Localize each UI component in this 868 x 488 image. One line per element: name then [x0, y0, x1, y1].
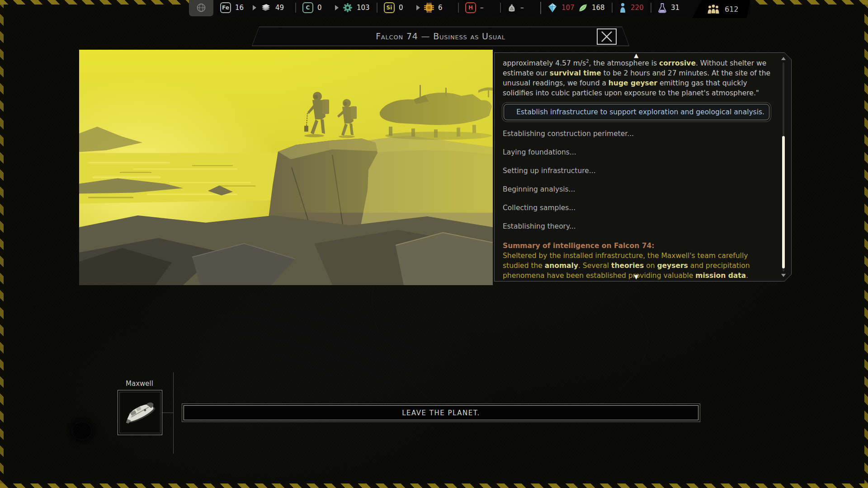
bar-section-divider [540, 2, 541, 14]
resource-steel[interactable]: 49 [260, 3, 289, 12]
scrollbar-up-arrow-icon[interactable] [781, 57, 786, 60]
resource-fuel[interactable]: 107 [547, 3, 575, 13]
steel-sheets-icon [260, 3, 271, 12]
dialog-title: Falcon 74 — Business as Usual [376, 31, 505, 42]
game-screen: { "resource_bar": { "iron": { "label": "… [0, 0, 868, 488]
ship-thumbnail-inner [119, 392, 160, 433]
hazard-stripe-right [864, 0, 868, 488]
science-flask-icon [658, 3, 667, 13]
iron-icon: Fe [220, 2, 231, 13]
bar-divider [295, 3, 296, 13]
carbon-value: 0 [317, 4, 331, 12]
scrollbar-thumb[interactable] [782, 136, 785, 268]
resource-carbon[interactable]: C 0 [302, 2, 331, 13]
scroll-down-indicator[interactable]: ▼ [634, 273, 638, 280]
population-people-icon [707, 4, 720, 14]
event-illustration-planet-surface [79, 50, 493, 285]
close-button[interactable] [597, 28, 617, 45]
microchip-icon [424, 3, 434, 13]
silicon-value: 0 [399, 4, 412, 12]
status-line: Laying foundations... [503, 147, 770, 157]
bar-divider [500, 3, 501, 13]
fuel-crystal-icon [547, 3, 557, 13]
resource-iron[interactable]: Fe 16 [220, 2, 249, 13]
scrollbar-down-arrow-icon[interactable] [781, 274, 786, 277]
bar-divider [377, 3, 377, 13]
hazard-stripe-bottom [0, 483, 868, 488]
bar-divider [458, 3, 459, 13]
event-text-panel-inner: ▲ approximately 4.57 m/s2, the atmospher… [495, 53, 791, 281]
bar-divider [651, 3, 651, 13]
ship-thumbnail [120, 393, 160, 432]
crew-value: 220 [631, 4, 644, 12]
status-line: Establishing construction perimeter... [503, 129, 770, 139]
hydrogen-value: – [480, 4, 494, 12]
leave-planet-button[interactable]: LEAVE THE PLANET. [182, 404, 700, 422]
resource-waste[interactable]: – [507, 3, 534, 13]
hazard-stripe-left [0, 0, 4, 488]
background-dark-sphere [71, 421, 92, 440]
status-line: Setting up infrastructure... [503, 166, 770, 176]
scroll-up-indicator[interactable]: ▲ [634, 52, 638, 59]
refine-arrow-icon [416, 5, 420, 10]
organics-leaf-icon [578, 3, 588, 13]
organics-value: 168 [592, 4, 605, 12]
resource-science[interactable]: 31 [658, 3, 684, 13]
resource-machine-parts[interactable]: 103 [343, 3, 370, 13]
machine-parts-value: 103 [357, 4, 370, 12]
gear-icon [343, 3, 353, 13]
close-icon [600, 31, 613, 42]
connector-vertical-line [173, 372, 174, 454]
resource-silicon[interactable]: Si 0 [384, 2, 412, 13]
silicon-icon: Si [384, 2, 395, 13]
refine-arrow-icon [335, 5, 339, 10]
connector-horizontal-line [161, 413, 173, 413]
hydrogen-icon: H [465, 2, 476, 13]
resource-organics[interactable]: 168 [578, 3, 605, 13]
resource-bar: Fe 16 49 C 0 103 Si 0 [189, 0, 750, 15]
panel-scrollbar[interactable] [780, 57, 787, 277]
steel-value: 49 [275, 4, 289, 12]
ship-thumbnail-box[interactable] [118, 390, 162, 435]
globe-icon [196, 3, 206, 13]
resource-microchips[interactable]: 6 [424, 3, 452, 13]
science-value: 31 [671, 4, 684, 12]
status-list: Establishing construction perimeter...La… [503, 129, 770, 231]
event-window-titlebar: Falcon 74 — Business as Usual [252, 27, 629, 46]
planet-tab[interactable] [189, 0, 213, 16]
carbon-icon: C [302, 2, 313, 13]
crew-person-icon [619, 3, 627, 13]
population-value: 612 [725, 5, 739, 14]
waste-value: – [520, 4, 534, 12]
event-text-panel: ▲ approximately 4.57 m/s2, the atmospher… [494, 52, 792, 282]
event-window-titlebar-inner: Falcon 74 — Business as Usual [252, 27, 629, 46]
summary-heading: Summary of intelligence on Falcon 74: [503, 241, 770, 251]
leave-planet-button-label: LEAVE THE PLANET. [184, 405, 698, 420]
status-line: Collecting samples... [503, 203, 770, 213]
choice-button[interactable]: Establish infrastructure to support expl… [504, 104, 769, 120]
resource-crew[interactable]: 220 [619, 3, 644, 13]
status-line: Beginning analysis... [503, 184, 770, 194]
status-line: Establishing theory... [503, 221, 770, 231]
fuel-value: 107 [561, 4, 575, 12]
resource-hydrogen[interactable]: H – [465, 2, 494, 13]
waste-bag-icon [507, 3, 516, 13]
iron-value: 16 [235, 4, 249, 12]
narrative-paragraph: approximately 4.57 m/s2, the atmosphere … [503, 56, 770, 98]
ship-name-label: Maxwell [114, 380, 165, 388]
bar-divider [612, 3, 613, 13]
refine-arrow-icon [253, 5, 256, 10]
resource-population[interactable]: 612 [692, 0, 750, 18]
microchips-value: 6 [438, 4, 452, 12]
